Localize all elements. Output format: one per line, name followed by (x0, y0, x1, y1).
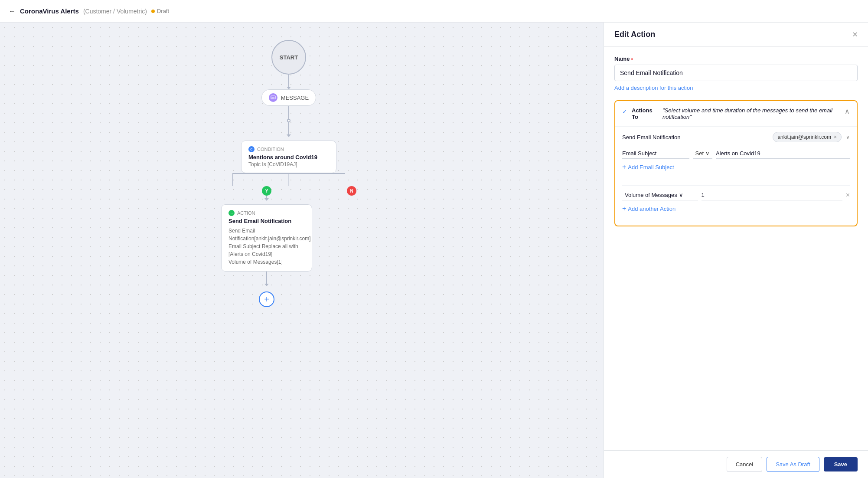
chevron-up-icon[interactable]: ∧ (845, 107, 850, 115)
volume-input[interactable] (702, 190, 842, 200)
cancel-button[interactable]: Cancel (727, 457, 762, 472)
page-title: CoronaVirus Alerts (20, 7, 79, 15)
condition-container: C CONDITION Mentions around Covid19 Topi… (215, 141, 362, 307)
branch-no: N (347, 186, 356, 196)
volume-chevron-icon: ∨ (679, 192, 683, 198)
right-panel: Edit Action × Name • Add a description f… (604, 23, 868, 478)
email-chip: ankit.jain@sprinklr.com × (773, 132, 842, 142)
set-chevron-icon: ∨ (705, 150, 710, 157)
panel-title: Edit Action (614, 30, 655, 39)
email-notif-label: Send Email Notification (622, 134, 680, 141)
action-body: Send Email Notification[ankit.jain@sprin… (228, 227, 305, 266)
save-button[interactable]: Save (824, 457, 858, 471)
status-label: Draft (157, 8, 169, 14)
name-label: Name • (614, 56, 858, 62)
name-input[interactable] (614, 65, 858, 81)
add-another-action-link[interactable]: + Add another Action (622, 205, 850, 213)
message-label: MESSAGE (281, 95, 309, 101)
start-node: START (271, 40, 306, 75)
page-subtitle: (Customer / Volumetric) (83, 8, 147, 15)
actions-header[interactable]: ✓ Actions To "Select volume and time dur… (615, 101, 857, 126)
canvas-area: START MESSAGE C CONDITION (0, 23, 604, 478)
close-button[interactable]: × (852, 29, 858, 39)
plus-icon: + (622, 163, 626, 171)
volume-dropdown[interactable]: Volume of Messages ∨ (622, 190, 698, 200)
main-layout: START MESSAGE C CONDITION (0, 23, 868, 478)
email-notif-row: Send Email Notification ankit.jain@sprin… (622, 132, 850, 142)
email-dropdown-chevron-icon[interactable]: ∨ (846, 134, 850, 140)
add-email-subject-link[interactable]: + Add Email Subject (622, 163, 850, 171)
email-chip-text: ankit.jain@sprinklr.com (777, 134, 831, 140)
save-as-draft-button[interactable]: Save As Draft (767, 457, 819, 472)
email-chip-area: ankit.jain@sprinklr.com × ∨ (720, 132, 850, 142)
set-dropdown[interactable]: Set ∨ (693, 148, 713, 159)
connector-line-3 (288, 122, 289, 135)
chip-close-button[interactable]: × (834, 134, 837, 140)
badge-no: N (347, 186, 356, 196)
condition-sub: Topic Is [CoViD19AJ] (248, 161, 329, 167)
subject-value-input[interactable] (716, 148, 850, 159)
action-node[interactable]: → ACTION Send Email Notification Send Em… (221, 204, 312, 272)
action-icon: → (228, 210, 235, 216)
flow-container: START MESSAGE C CONDITION (215, 40, 362, 307)
bottom-bar: Cancel Save As Draft Save (604, 450, 868, 478)
volume-remove-button[interactable]: × (846, 191, 850, 199)
branch-yes: Y → ACTION Send Email Notification Send … (221, 186, 312, 307)
back-button[interactable]: ← (9, 7, 16, 15)
separator (622, 178, 850, 178)
panel-header: Edit Action × (604, 23, 868, 47)
panel-body: Name • Add a description for this action… (604, 47, 868, 450)
check-icon: ✓ (622, 108, 627, 115)
add-description-link[interactable]: Add a description for this action (614, 85, 693, 91)
message-node: MESSAGE (261, 89, 316, 106)
actions-to-label: Actions To (632, 107, 658, 120)
topbar: ← CoronaVirus Alerts (Customer / Volumet… (0, 0, 868, 23)
status-dot (151, 10, 155, 13)
plus-icon-2: + (622, 205, 626, 213)
required-dot: • (631, 56, 633, 62)
connector-line-1 (288, 75, 289, 88)
branch-lines (215, 173, 362, 186)
condition-icon: C (248, 146, 255, 152)
add-node-button[interactable]: + (259, 291, 274, 307)
volume-row: Volume of Messages ∨ × (622, 185, 850, 200)
actions-description: "Select volume and time duration of the … (662, 107, 845, 120)
status-badge: Draft (151, 8, 169, 14)
branch-nodes: Y → ACTION Send Email Notification Send … (221, 186, 356, 307)
connector-line-2 (288, 106, 289, 119)
connector-arrow-2 (287, 134, 291, 137)
condition-title: Mentions around Covid19 (248, 154, 329, 160)
actions-body: Send Email Notification ankit.jain@sprin… (615, 126, 857, 226)
badge-yes: Y (262, 186, 271, 196)
message-icon (269, 93, 277, 102)
action-title: Send Email Notification (228, 218, 305, 224)
condition-node[interactable]: C CONDITION Mentions around Covid19 Topi… (241, 141, 336, 173)
condition-header: C CONDITION (248, 146, 329, 152)
connector-circle (287, 119, 290, 122)
email-subject-input[interactable] (622, 148, 689, 159)
subject-row: Set ∨ (622, 148, 850, 159)
actions-section: ✓ Actions To "Select volume and time dur… (614, 100, 858, 226)
